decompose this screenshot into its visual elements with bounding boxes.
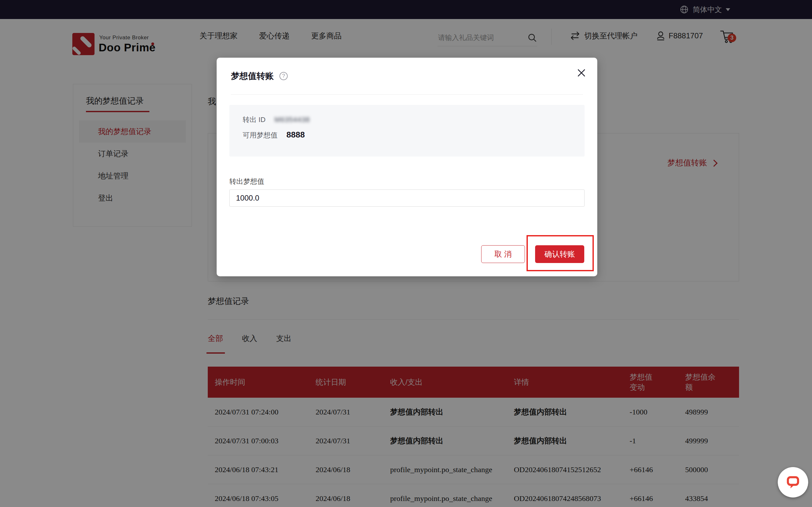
transfer-id-value: M6354438	[274, 116, 310, 124]
cancel-button[interactable]: 取 消	[481, 245, 525, 263]
available-value-row: 可用梦想值 8888	[243, 130, 585, 141]
modal-title: 梦想值转账	[231, 70, 274, 82]
help-icon[interactable]: ?	[280, 72, 288, 80]
annotation-highlight-box	[526, 235, 594, 271]
available-label: 可用梦想值	[243, 130, 277, 140]
amount-label: 转出梦想值	[229, 177, 585, 186]
chat-bubble-icon	[785, 475, 801, 490]
close-icon[interactable]	[576, 67, 587, 78]
transfer-id-label: 转出 ID	[243, 115, 265, 124]
transfer-id-row: 转出 ID M6354438	[243, 115, 585, 126]
modal-divider	[231, 95, 583, 95]
modal-header: 梦想值转账 ?	[217, 58, 597, 82]
amount-input[interactable]	[229, 189, 585, 207]
page: 简体中文 Your Private Broker Doo Prime 关于理想家…	[0, 0, 812, 507]
available-value: 8888	[287, 130, 305, 140]
transfer-info-panel: 转出 ID M6354438 可用梦想值 8888	[229, 105, 585, 157]
chat-widget-button[interactable]	[778, 467, 808, 498]
